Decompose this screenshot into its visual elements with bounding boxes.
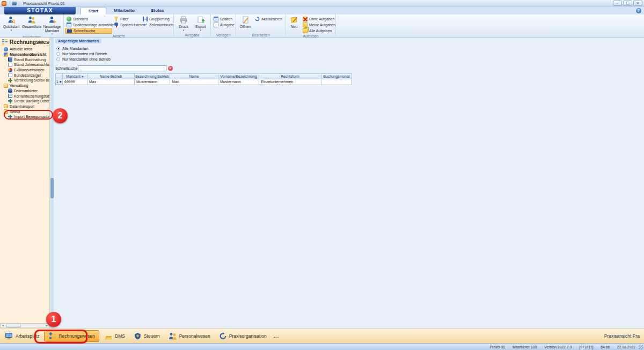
minimize-button[interactable]: – — [613, 1, 622, 6]
column-header-mandant[interactable]: Mandant▼ — [63, 73, 87, 79]
export-button[interactable]: Export ▾ — [192, 15, 209, 31]
meine-aufgaben-button[interactable]: Meine Aufgaben — [301, 22, 334, 28]
tab-start[interactable]: Start — [80, 7, 106, 14]
column-header-vorname-bezeichnung[interactable]: Vorname/Bezeichnung — [218, 73, 259, 79]
oeffnen-button[interactable]: Öffnen — [237, 15, 253, 29]
alle-aufgaben-button[interactable]: Alle Aufgaben — [301, 28, 334, 34]
filter-funnel-icon[interactable]: ▼ — [82, 75, 84, 78]
dropdown-caret-icon: ▾ — [11, 29, 12, 31]
standard-icon — [67, 17, 71, 21]
sidebar-horizontal-scrollbar[interactable]: ◄ ► — [0, 323, 50, 328]
clear-search-icon[interactable]: × — [168, 66, 173, 71]
druck-button[interactable]: Druck ▾ — [175, 15, 192, 31]
standard-button[interactable]: Standard — [65, 16, 112, 22]
mandanten-filter-radios: Alle Mandanten Nur Mandanten mit Betrieb… — [56, 46, 111, 62]
module-personalwesen[interactable]: Personalwesen — [165, 330, 214, 342]
sidebar-item-stand-jahresabschluss[interactable]: Stand Jahresabschluss — [0, 62, 50, 68]
sidebar-item-stand-buchhaltung[interactable]: Stand Buchhaltung — [0, 57, 50, 62]
gesamtliste-button[interactable]: Gesamtliste — [21, 15, 42, 29]
radio-alle-mandanten[interactable]: Alle Mandanten — [56, 46, 111, 51]
taskbar-overflow-button[interactable]: ... — [274, 333, 280, 339]
status-date: 22.08.2022 — [617, 345, 635, 349]
ribbon-group-ansicht: Standard Spaltenvorlage auswählen ▾ Schn… — [64, 14, 174, 38]
radio-mandanten-ohne-betrieb[interactable]: Nur Mandanten ohne Betrieb — [56, 56, 111, 62]
sidebar-item-kontenbeziehungstabelle[interactable]: Kontenbeziehungstabe — [0, 93, 50, 99]
spaltenvorlage-button[interactable]: Spaltenvorlage auswählen ▾ — [65, 22, 112, 28]
ohne-aufgaben-button[interactable]: Ohne Aufgaben — [301, 16, 334, 22]
sidebar-item-verbindung-stotax-banking[interactable]: Verbindung Stotax Ban — [0, 78, 50, 83]
ribbon-tab-row: STOTAX Start Mitarbeiter Stotax ? — [0, 7, 644, 14]
module-praxisorganisation[interactable]: Praxisorganisation — [215, 330, 270, 342]
sidebar-item-datenanbieter[interactable]: Datenanbieter — [0, 88, 50, 94]
cell-buchungsmonat — [321, 79, 352, 85]
status-mitarbeiter: Mitarbeiter 100 — [513, 345, 537, 349]
sidebar-item-stotax-banking-datentransfer[interactable]: Stotax Banking Datentr — [0, 99, 50, 104]
quick-access-icon[interactable] — [12, 2, 17, 5]
column-header-bezeichnung-betrieb[interactable]: Bezeichnung Betrieb — [135, 73, 170, 79]
gruppierung-button[interactable]: Gruppierung — [141, 16, 172, 22]
ausgabe-button[interactable]: Ausgabe — [212, 22, 235, 28]
sidebar-item-datentransport[interactable]: Datentransport — [0, 104, 50, 109]
rechnungswesen-icon — [2, 39, 8, 45]
sidebar-title: Rechnungswesen — [0, 38, 49, 46]
column-header-buchungsmonat[interactable]: Buchungsmonat — [321, 73, 352, 79]
ribbon-group-vorlagen: Spalten Ausgabe Vorlagen — [211, 14, 236, 38]
search-input[interactable] — [78, 65, 166, 71]
cell-vorname-bezeichnung: Mustermann — [218, 79, 259, 85]
zeilenumbruch-button[interactable]: Zeilenumbruch — [141, 22, 172, 28]
close-button[interactable]: × — [633, 1, 642, 6]
module-steuern[interactable]: Steuern — [130, 330, 164, 342]
steuern-shield-icon — [134, 332, 142, 340]
column-header-rechtsform[interactable]: Rechtsform — [259, 73, 321, 79]
main-content: Angezeigte Mandanten Alle Mandanten Nur … — [54, 38, 644, 329]
resize-grip[interactable] — [639, 345, 643, 349]
tab-mitarbeiter[interactable]: Mitarbeiter — [106, 7, 143, 14]
column-header-name-betrieb[interactable]: Name Betrieb — [87, 73, 135, 79]
neuanlage-mandant-button[interactable]: Neuanlage Mandant ▾ — [42, 15, 62, 35]
sidebar-item-aktuelle-infos[interactable]: Aktuelle Infos — [0, 47, 50, 52]
spalten-button[interactable]: Spalten — [212, 16, 235, 22]
status-bar: Praxis 01 Mitarbeiter 100 Version 2022.2… — [0, 343, 644, 350]
scroll-left-icon[interactable]: ◄ — [1, 324, 5, 327]
person-icon — [8, 88, 12, 93]
maximize-button[interactable]: □ — [623, 1, 632, 6]
ribbon-group-mandanten: Quickstart ▾ Gesamtliste Neuanlage Man — [0, 14, 64, 38]
table-row[interactable]: 1▶ 69999 Max Mustermann Max Mustermann E… — [55, 79, 352, 85]
cell-name-betrieb: Max — [87, 79, 135, 85]
personalwesen-people-icon — [169, 332, 177, 340]
sidebar-item-bundesanzeiger[interactable]: Bundesanzeiger — [0, 72, 50, 78]
pie-chart-icon — [8, 68, 12, 72]
help-icon[interactable]: ? — [636, 8, 641, 13]
column-header-name[interactable]: Name — [170, 73, 218, 79]
filter-icon — [114, 17, 119, 21]
export-icon — [196, 16, 205, 24]
open-document-icon — [241, 16, 250, 24]
taskbar-right-label: Praxisansicht Pra — [604, 333, 640, 339]
sidebar-item-e-bilanzversionen[interactable]: E-Bilanzversionen — [0, 68, 50, 73]
aktualisieren-button[interactable]: Aktualisieren — [253, 16, 284, 22]
schnellsuche-button[interactable]: Schnellsuche — [65, 28, 112, 34]
status-bits: 64 bit — [601, 345, 610, 349]
quickstart-button[interactable]: Quickstart ▾ — [1, 15, 21, 31]
connection-icon — [8, 78, 12, 83]
sidebar-item-verwaltung[interactable]: Verwaltung — [0, 83, 50, 88]
neu-button[interactable]: Neu — [287, 15, 301, 29]
column-template-icon — [67, 23, 71, 27]
ribbon: Quickstart ▾ Gesamtliste Neuanlage Man — [0, 14, 644, 38]
table-corner-cell[interactable] — [55, 73, 63, 79]
all-tasks-icon — [303, 28, 308, 33]
sidebar-item-mandantenuebersicht[interactable]: Mandantenübersicht — [0, 52, 50, 57]
status-praxis: Praxis 01 — [490, 345, 505, 349]
ribbon-group-ausgabe: Druck ▾ Export ▾ Ausgabe — [174, 14, 211, 38]
scrollbar-thumb[interactable] — [6, 324, 21, 327]
info-icon — [4, 47, 8, 51]
wrap-icon — [143, 23, 148, 27]
filter-button[interactable]: Filter — [112, 16, 141, 22]
radio-mandanten-mit-betrieb[interactable]: Nur Mandanten mit Betrieb — [56, 51, 111, 56]
spalten-fixieren-button[interactable]: Spalten fixieren — [112, 22, 141, 28]
person-search-icon — [7, 16, 16, 24]
module-dms[interactable]: DMS — [100, 330, 129, 342]
workstation-icon — [5, 332, 13, 340]
annotation-badge-1: 1 — [46, 312, 61, 327]
tab-stotax[interactable]: Stotax — [143, 7, 171, 14]
